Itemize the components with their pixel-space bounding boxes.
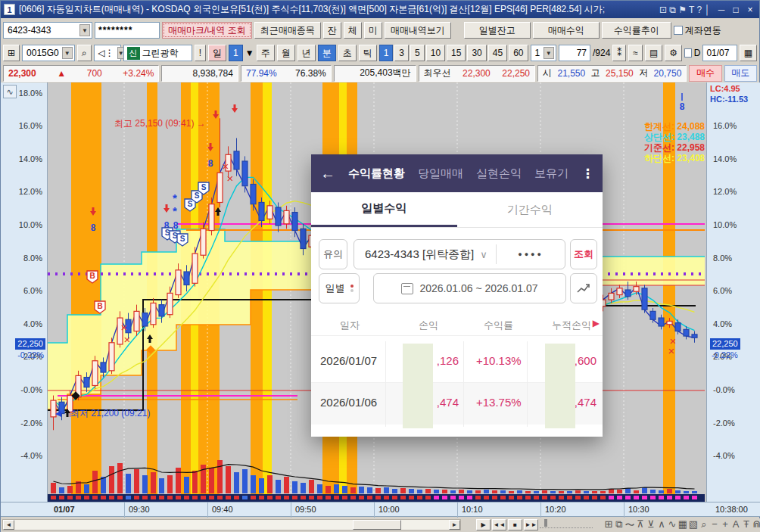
more-menu-icon[interactable]: ⋮: [581, 166, 594, 182]
chart-hscrollbar[interactable]: ◄ ►: [2, 519, 461, 530]
time-tick: [207, 502, 208, 518]
row-rate: +13.75%: [476, 396, 522, 409]
balance-button[interactable]: 잔: [323, 22, 341, 39]
account-select[interactable]: 6423-4343 ▼: [3, 22, 92, 39]
interval-3-button[interactable]: 3: [394, 45, 409, 61]
account-link-checkbox[interactable]: [674, 26, 683, 35]
recent-trades-button[interactable]: 최근매매종목: [254, 22, 321, 39]
period-month-button[interactable]: 월: [277, 45, 295, 61]
trade-profit-button[interactable]: 매매수익: [533, 22, 600, 39]
sound-select[interactable]: ◁⋮ ▼: [94, 45, 121, 61]
back-arrow-icon[interactable]: ←: [320, 165, 335, 182]
right-axis-panel: LC:4.95 HC:-11.53 16.0%14.0%12.0%10.0%8.…: [706, 82, 760, 502]
filled-button[interactable]: 체: [344, 22, 362, 39]
interval-15-button[interactable]: 15: [447, 45, 466, 61]
query-button[interactable]: 조회: [570, 239, 597, 269]
interval-5-button[interactable]: 5: [410, 45, 425, 61]
search-icon[interactable]: ⌕: [77, 45, 92, 61]
speed-slider[interactable]: [540, 521, 593, 528]
close-button[interactable]: ×: [744, 5, 756, 15]
stop-button[interactable]: ■: [508, 519, 522, 530]
period-minute-button[interactable]: 분: [318, 45, 336, 61]
scroll-right-icon[interactable]: ►: [449, 520, 460, 530]
scroll-left-icon[interactable]: ◄: [3, 520, 14, 530]
period-second-button[interactable]: 초: [338, 45, 357, 61]
window-split-icon[interactable]: ⊞: [3, 45, 20, 61]
speaker-icon: ◁⋮: [98, 48, 114, 58]
time-label: 10:30: [628, 505, 649, 514]
hts-window: 1 [0606] 자동일지차트(매매내역) - KOSDAQ 외국인보유[51(…: [0, 0, 760, 532]
nav-realized-pl[interactable]: 실현손익: [476, 166, 522, 181]
date-field[interactable]: 01/07: [702, 45, 737, 61]
period-day-button[interactable]: 일: [208, 45, 226, 61]
axis-label: 4.0%: [713, 319, 732, 328]
sell-button[interactable]: 매도: [724, 65, 757, 82]
daily-balance-button[interactable]: 일별잔고: [464, 22, 531, 39]
nav-holding-period[interactable]: 보유기: [534, 166, 568, 181]
price-cell: 22,300 ▲ 700 +3.24%: [3, 65, 159, 82]
password-field[interactable]: ********: [95, 22, 160, 39]
trade-history-button[interactable]: 매매내역보기: [385, 22, 451, 39]
axis-label: 10.0%: [19, 220, 42, 229]
multiplier-select[interactable]: 1 ▼: [531, 45, 556, 61]
axis-label: 16.0%: [713, 121, 737, 130]
fast-forward-button[interactable]: ►►: [524, 519, 538, 530]
interval-60-button[interactable]: 60: [509, 45, 528, 61]
minimize-button[interactable]: ─: [715, 5, 727, 15]
code-caret-icon: ▼: [62, 47, 73, 59]
stock-name-field[interactable]: 신 그린광학: [123, 45, 192, 61]
svg-text:×: ×: [121, 321, 128, 334]
mini-chart-icon[interactable]: ∿: [3, 85, 17, 98]
calendar-icon[interactable]: ▦: [740, 45, 757, 61]
period-day-count[interactable]: 1: [229, 45, 243, 61]
chart-view-button[interactable]: [570, 273, 597, 303]
title-bar[interactable]: 1 [0606] 자동일지차트(매매내역) - KOSDAQ 외국인보유[51(…: [1, 1, 759, 18]
period-week-button[interactable]: 주: [257, 45, 275, 61]
account-selector[interactable]: 6423-4343 [위탁종합] ∨ ●●●●: [354, 239, 565, 269]
time-tick: [624, 502, 625, 518]
interval-45-button[interactable]: 45: [488, 45, 507, 61]
slider-knob[interactable]: [544, 519, 547, 527]
profit-trend-button[interactable]: 수익률추이: [602, 22, 671, 39]
crowd-tool-icon[interactable]: ⋒: [751, 518, 760, 530]
buy-button[interactable]: 매수: [689, 65, 721, 82]
axis-label: -0.0%: [20, 385, 42, 394]
trade-mark-button[interactable]: 매매마크/내역 조회: [162, 22, 252, 39]
interval-10-button[interactable]: 10: [426, 45, 445, 61]
tab-daily-profit[interactable]: 일별수익: [311, 192, 457, 227]
alert-button[interactable]: !: [195, 45, 206, 61]
nav-today-trades[interactable]: 당일매매: [418, 166, 463, 181]
unfilled-button[interactable]: 미: [364, 22, 382, 39]
ratio-cell: 77.94% 76.38%: [241, 65, 332, 82]
popup-account: 6423-4343 [위탁종합]: [365, 247, 474, 262]
best-label: 최우선: [424, 67, 451, 79]
period-tick-button[interactable]: 틱: [359, 45, 377, 61]
period-toggle[interactable]: 일별: [319, 273, 360, 303]
current-price-tag: 22,250: [710, 338, 740, 350]
trend-add-icon[interactable]: ≈: [628, 45, 643, 61]
d-checkbox[interactable]: [684, 48, 692, 58]
tab-period-profit[interactable]: 기간수익: [457, 192, 603, 227]
play-button[interactable]: ▶: [476, 519, 491, 530]
interval-30-button[interactable]: 30: [467, 45, 486, 61]
nav-profit-status[interactable]: 수익률현황: [348, 166, 405, 181]
axis-label: -2.0%: [713, 418, 735, 428]
settings-gear-icon[interactable]: ⚙: [665, 45, 682, 61]
account-link-label: 계좌연동: [685, 24, 721, 37]
rewind-button[interactable]: ◄◄: [492, 519, 506, 530]
time-axis[interactable]: 10:38:00 01/0709:3009:4009:5010:0010:101…: [1, 502, 760, 517]
bar-position-field[interactable]: 77: [559, 45, 590, 61]
signal-strip: [48, 494, 705, 502]
scrollbar-thumb[interactable]: [353, 520, 401, 530]
stock-code-select[interactable]: 0015G0 ▼: [22, 45, 75, 61]
title-icons[interactable]: ⊡ ⧉ ⚑ T ? │: [659, 5, 710, 15]
indicator-add-icon[interactable]: ⁑: [612, 45, 626, 61]
scroll-right-icon[interactable]: ▶: [593, 318, 600, 328]
open-value: 21,550: [557, 68, 585, 79]
date-range-picker[interactable]: 2026.01.06 ~ 2026.01.07: [373, 273, 566, 303]
day-caret-icon[interactable]: ▼: [245, 46, 254, 60]
maximize-button[interactable]: □: [730, 5, 742, 15]
interval-1-button[interactable]: 1: [379, 45, 394, 61]
save-icon[interactable]: ▤: [645, 45, 662, 61]
period-year-button[interactable]: 년: [297, 45, 316, 61]
